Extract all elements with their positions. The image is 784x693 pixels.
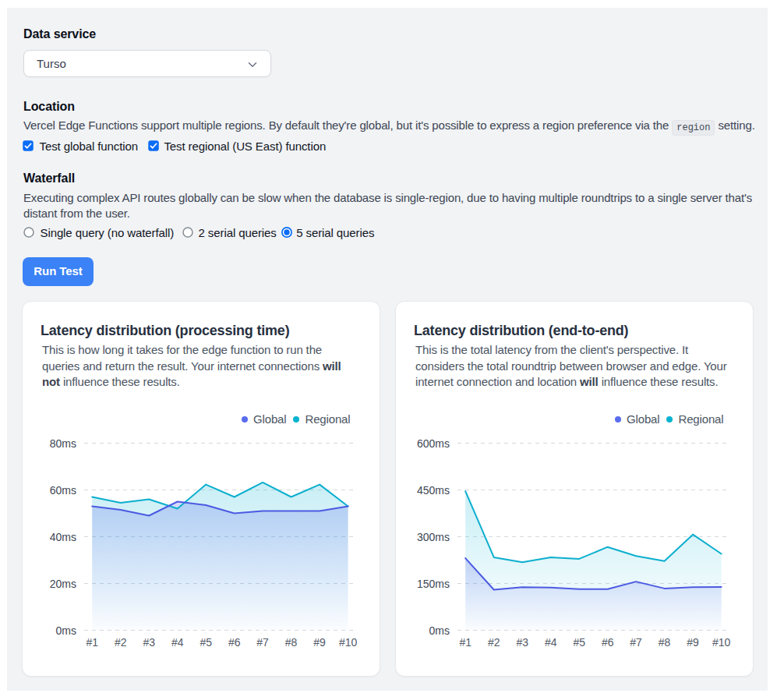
svg-text:#2: #2	[115, 636, 127, 649]
svg-text:#3: #3	[143, 636, 155, 649]
svg-text:0ms: 0ms	[429, 624, 450, 637]
svg-text:#2: #2	[488, 636, 500, 649]
svg-text:20ms: 20ms	[50, 578, 76, 590]
svg-text:#6: #6	[228, 636, 241, 649]
svg-text:#8: #8	[659, 636, 671, 649]
svg-text:#4: #4	[545, 636, 557, 649]
svg-text:#1: #1	[86, 636, 98, 649]
svg-text:#4: #4	[171, 636, 184, 649]
svg-text:40ms: 40ms	[50, 531, 76, 543]
svg-text:#7: #7	[256, 636, 269, 649]
svg-text:#7: #7	[630, 636, 642, 649]
svg-text:60ms: 60ms	[50, 484, 76, 497]
svg-text:600ms: 600ms	[417, 437, 450, 450]
svg-text:#3: #3	[516, 636, 528, 649]
svg-text:#5: #5	[200, 636, 212, 649]
svg-text:#9: #9	[687, 636, 699, 649]
svg-text:#9: #9	[313, 636, 326, 649]
svg-text:0ms: 0ms	[56, 624, 76, 637]
svg-text:#10: #10	[712, 636, 731, 649]
svg-text:80ms: 80ms	[50, 437, 76, 450]
svg-text:#6: #6	[602, 636, 614, 649]
svg-text:#8: #8	[285, 636, 298, 649]
svg-text:300ms: 300ms	[417, 531, 450, 543]
svg-text:#10: #10	[339, 636, 358, 649]
svg-text:450ms: 450ms	[417, 484, 450, 497]
svg-text:#1: #1	[459, 636, 471, 649]
svg-text:#5: #5	[573, 636, 585, 649]
svg-text:150ms: 150ms	[417, 578, 450, 590]
